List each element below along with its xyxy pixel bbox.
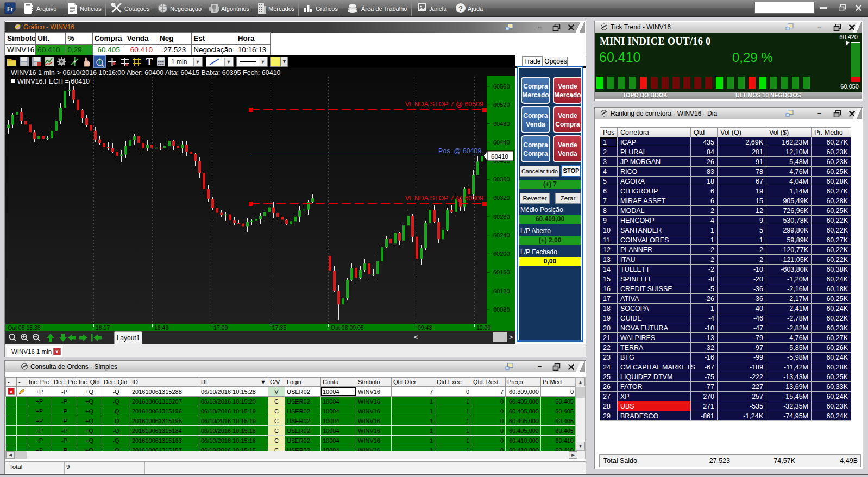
svg-text:60440: 60440 — [493, 139, 510, 146]
svg-text:60560: 60560 — [493, 83, 510, 90]
svg-text:Fr: Fr — [7, 5, 14, 12]
svg-text:60360: 60360 — [493, 176, 510, 183]
svg-text:60320: 60320 — [493, 194, 510, 201]
svg-text:Out 05 15:38: Out 05 15:38 — [8, 324, 41, 331]
svg-text:60120: 60120 — [493, 288, 510, 294]
svg-text:60410: 60410 — [491, 153, 508, 160]
svg-text:16:17: 16:17 — [96, 324, 110, 331]
svg-text:10:09: 10:09 — [476, 324, 490, 331]
svg-text:?: ? — [458, 4, 463, 12]
svg-text:60160: 60160 — [493, 269, 510, 275]
svg-text:60200: 60200 — [493, 250, 510, 257]
svg-text:VENDA STOP 7 @ 60509: VENDA STOP 7 @ 60509 — [405, 101, 483, 108]
svg-text:60480: 60480 — [493, 121, 510, 127]
svg-text:VENDA STOP 7 @ 60309: VENDA STOP 7 @ 60309 — [405, 194, 483, 202]
svg-text:60080: 60080 — [493, 306, 510, 313]
svg-text:60520: 60520 — [493, 102, 510, 108]
svg-text:60240: 60240 — [493, 232, 510, 238]
svg-text:Out 06 09:05: Out 06 09:05 — [331, 324, 364, 331]
svg-text:16:43: 16:43 — [154, 324, 168, 331]
svg-text:Pos. @ 60409.: Pos. @ 60409. — [438, 147, 483, 155]
svg-text:WINV16.FECH = 60410: WINV16.FECH = 60410 — [17, 78, 90, 85]
svg-text:17:09: 17:09 — [213, 324, 228, 331]
svg-text:60280: 60280 — [493, 214, 510, 220]
svg-text:17:35: 17:35 — [272, 324, 286, 331]
svg-text:WINV16 1 min-> 06/10/2016 10:1: WINV16 1 min-> 06/10/2016 10:16:00 Aber:… — [11, 69, 281, 77]
svg-text:09:43: 09:43 — [418, 324, 432, 331]
